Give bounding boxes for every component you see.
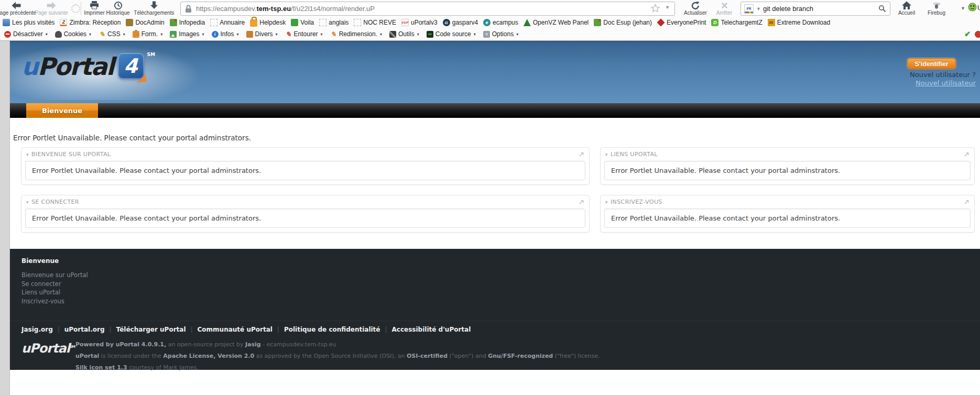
bookmark-telechargemtz[interactable]: DTelechargemtZ: [711, 19, 762, 26]
devbar-source[interactable]: <>Code source: [427, 30, 476, 38]
downloads-button[interactable]: Téléchargements: [130, 1, 178, 16]
devbar-tools[interactable]: Outils: [389, 30, 419, 38]
addon-monkey-icon[interactable]: [968, 3, 977, 14]
search-engine-icon[interactable]: FR: [744, 4, 754, 14]
maximize-icon[interactable]: [964, 151, 970, 157]
portlet-liens-uportal: LIENS UPORTAL Error Portlet Unavailable.…: [600, 147, 975, 185]
devbar-error-indicator[interactable]: [975, 28, 980, 40]
devbar-valid-check[interactable]: ✔: [964, 28, 971, 40]
footer-link-privacy[interactable]: Politique de confidentialité: [284, 326, 392, 333]
bookmark-gasparv4[interactable]: Ggasparv4: [443, 19, 478, 26]
bookmark-openvz[interactable]: OpenVZ Web Panel: [524, 19, 589, 26]
page-error-message: Error Portlet Unavailable. Please contac…: [13, 134, 251, 142]
devbar-outline[interactable]: ✎Entourer: [285, 30, 323, 38]
refresh-button[interactable]: Actualiser: [679, 1, 712, 16]
image-icon: [170, 31, 177, 38]
devbar-divers[interactable]: Divers: [246, 30, 278, 38]
back-button[interactable]: Page précédente: [0, 1, 37, 16]
bookmark-extreme-download[interactable]: EDExtreme Download: [768, 19, 830, 26]
bookmark-doc-esup[interactable]: Doc Esup (jehan): [594, 19, 652, 26]
stop-button[interactable]: Arrêter: [709, 1, 739, 16]
collapse-icon[interactable]: [605, 152, 608, 157]
bookmark-helpdesk[interactable]: Helpdesk: [250, 18, 286, 27]
search-input[interactable]: git delete branch: [763, 5, 813, 13]
portlet-header[interactable]: INSCRIVEZ-VOUS: [601, 195, 974, 209]
download-arrow-icon: [150, 1, 158, 10]
bookmark-docadmin[interactable]: DocAdmin: [126, 19, 164, 26]
license-line-1: Powered by uPortal 4.0.9.1, an open-sour…: [75, 341, 336, 348]
portlet-error: Error Portlet Unavailable. Please contac…: [604, 209, 971, 228]
url-dropdown-icon[interactable]: ▼: [665, 5, 670, 10]
portlet-title: SE CONNECTER: [31, 199, 579, 205]
sign-in-button[interactable]: S'identifier: [907, 58, 956, 69]
devbar-css[interactable]: ✎CSS: [99, 30, 125, 38]
bookmark-anglais[interactable]: anglais: [319, 19, 349, 26]
forward-button[interactable]: Page suivante: [32, 1, 70, 16]
footer-link-accessibility[interactable]: Accessibilité d'uPortal: [392, 326, 471, 333]
webdev-toolbar: Désactiver Cookies ✎CSS Form. Images iIn…: [0, 28, 980, 40]
bookmark-star-icon[interactable]: [651, 4, 660, 14]
sitemap-link-se-connecter[interactable]: Se connecter: [21, 280, 88, 289]
url-text: https://ecampusdev.tem-tsp.eu/f/u22l1s4/…: [196, 5, 375, 13]
collapse-icon[interactable]: [26, 200, 29, 205]
url-bar[interactable]: https://ecampusdev.tem-tsp.eu/f/u22l1s4/…: [180, 2, 675, 16]
footer-link-uportal-org[interactable]: uPortal.org: [64, 326, 116, 333]
placeholder-icon: [319, 19, 326, 26]
portal-footer: Bienvenue Bienvenue sur uPortal Se conne…: [10, 249, 980, 370]
new-user-text: Nouvel utilisateur ?: [910, 71, 976, 79]
devbar-disable[interactable]: Désactiver: [4, 30, 48, 38]
footer-links: Jasig.org uPortal.org Télécharger uPorta…: [21, 326, 471, 333]
portlet-title: BIENVENUE SUR UPORTAL: [31, 151, 579, 158]
devbar-images[interactable]: Images: [170, 30, 204, 38]
portlet-header[interactable]: BIENVENUE SUR UPORTAL: [21, 148, 589, 161]
logo-sm-mark: SM: [147, 52, 155, 57]
bookmark-ecampus[interactable]: eecampus: [483, 19, 518, 26]
portlet-title: INSCRIVEZ-VOUS: [611, 199, 964, 205]
bookmark-voila[interactable]: Voila: [291, 19, 314, 26]
check-icon: ✔: [964, 29, 971, 39]
sitemap-link-liens[interactable]: Liens uPortal: [21, 288, 88, 297]
logo-4-badge: 4: [118, 53, 144, 79]
portlet-bienvenue-sur-uportal: BIENVENUE SUR UPORTAL Error Portlet Unav…: [21, 147, 590, 185]
devbar-resize[interactable]: ✎Redimension.: [330, 30, 382, 38]
maximize-icon[interactable]: [579, 199, 584, 205]
footer-link-community[interactable]: Communauté uPortal: [198, 326, 284, 333]
bookmark-noc-reve[interactable]: NOC REVE: [354, 19, 396, 26]
lock-icon: [250, 19, 257, 27]
search-engine-dropdown-icon[interactable]: ▼: [756, 6, 761, 12]
portlet-error: Error Portlet Unavailable. Please contac…: [25, 209, 585, 228]
search-icon[interactable]: [878, 5, 886, 14]
tab-bienvenue[interactable]: Bienvenue: [26, 103, 98, 118]
devbar-options[interactable]: ≡Options: [483, 30, 518, 38]
disable-icon: [4, 31, 11, 38]
bookmark-annuaire[interactable]: Annuaire: [210, 19, 245, 26]
ecampus-icon: e: [483, 19, 491, 26]
portlet-header[interactable]: LIENS UPORTAL: [601, 148, 974, 161]
devbar-forms[interactable]: Form.: [133, 30, 162, 38]
firebug-dropdown-icon[interactable]: ▼: [961, 6, 965, 11]
maximize-icon[interactable]: [579, 151, 584, 157]
bookmark-most-visited[interactable]: Les plus visités: [3, 19, 55, 26]
sitemap-link-inscrivez[interactable]: Inscrivez-vous: [21, 297, 88, 306]
bookmark-zimbra[interactable]: ZZimbra: Réception: [60, 19, 121, 26]
devbar-infos[interactable]: iInfos: [212, 30, 239, 38]
bookmark-uportalv3[interactable]: ESUPuPortalv3: [401, 19, 438, 26]
sitemap-link-bienvenue[interactable]: Bienvenue sur uPortal: [21, 271, 88, 280]
bookmark-infopedia[interactable]: Infopedia: [170, 19, 205, 26]
devbar-cookies[interactable]: Cookies: [55, 30, 91, 38]
everyoneprint-icon: [657, 18, 665, 26]
firebug-button[interactable]: Firebug: [921, 1, 952, 16]
stop-icon: [721, 1, 728, 10]
clipboard-icon: [133, 31, 139, 38]
collapse-icon[interactable]: [605, 200, 608, 205]
collapse-icon[interactable]: [26, 152, 29, 157]
maximize-icon[interactable]: [964, 199, 970, 205]
new-user-link[interactable]: Nouvel utilisateur: [916, 79, 976, 87]
home-button[interactable]: Accueil: [892, 1, 921, 16]
search-box[interactable]: FR ▼ git delete branch: [741, 2, 890, 16]
history-button[interactable]: Historique: [102, 1, 134, 16]
footer-link-jasig[interactable]: Jasig.org: [21, 326, 64, 333]
portlet-header[interactable]: SE CONNECTER: [21, 195, 589, 209]
bookmark-everyoneprint[interactable]: EveryonePrint: [657, 19, 706, 26]
footer-link-download[interactable]: Télécharger uPortal: [116, 326, 198, 333]
